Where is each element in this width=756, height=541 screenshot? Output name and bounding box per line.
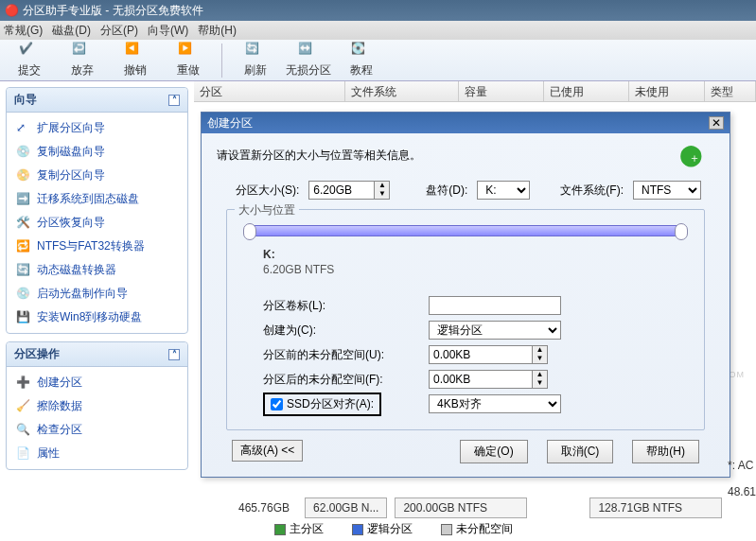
menu-wizard[interactable]: 向导(W) bbox=[148, 23, 188, 39]
menu-bar: 常规(G) 磁盘(D) 分区(P) 向导(W) 帮助(H) bbox=[0, 21, 756, 40]
preview-info: 6.20GB NTFS bbox=[263, 263, 691, 276]
menu-general[interactable]: 常规(G) bbox=[4, 23, 43, 39]
menu-help[interactable]: 帮助(H) bbox=[198, 23, 237, 39]
ssd-icon: ➡️ bbox=[16, 192, 31, 207]
vol-label: 分区卷标(L): bbox=[263, 298, 429, 314]
legend: 主分区 逻辑分区 未分配空间 bbox=[274, 521, 513, 537]
size-position-fieldset: 大小与位置 K: 6.20GB NTFS 分区卷标(L): 创建为(C): 逻辑… bbox=[226, 209, 705, 430]
tb-undo[interactable]: ◀️撤销 bbox=[112, 42, 159, 79]
tb-refresh[interactable]: 🔄刷新 bbox=[232, 42, 279, 79]
wiz-win8usb[interactable]: 💾安装Win8到移动硬盘 bbox=[9, 305, 185, 329]
swatch-logical bbox=[352, 524, 363, 535]
dyn-icon: 🔄 bbox=[16, 263, 31, 278]
slider-handle-left[interactable] bbox=[243, 223, 256, 240]
pre-spinner[interactable]: ▲▼ bbox=[429, 345, 561, 364]
swatch-primary bbox=[274, 524, 286, 535]
check-icon: ✔️ bbox=[19, 42, 40, 62]
wiz-copy-part[interactable]: 📀复制分区向导 bbox=[9, 164, 185, 187]
preview-drive: K: bbox=[263, 248, 691, 261]
props-icon: 📄 bbox=[16, 446, 31, 462]
copydisk-icon: 💿 bbox=[16, 145, 31, 160]
undo-icon: ↩️ bbox=[72, 42, 93, 62]
ssd-checkbox[interactable] bbox=[271, 398, 283, 410]
ok-button[interactable]: 确定(O) bbox=[460, 440, 527, 463]
op-check[interactable]: 🔍检查分区 bbox=[9, 418, 185, 442]
dialog-title: 创建分区 bbox=[207, 115, 253, 131]
op-props[interactable]: 📄属性 bbox=[9, 442, 185, 465]
post-label: 分区后的未分配空间(F): bbox=[263, 372, 429, 388]
collapse-icon[interactable]: ˄ bbox=[168, 95, 180, 106]
wiz-copy-disk[interactable]: 💿复制磁盘向导 bbox=[9, 140, 185, 164]
cd-icon: 💿 bbox=[16, 287, 31, 302]
tb-resize[interactable]: ↔️无损分区 bbox=[285, 42, 332, 79]
wiz-recover[interactable]: 🛠️分区恢复向导 bbox=[9, 211, 185, 235]
ssd-select[interactable]: 4KB对齐 bbox=[429, 394, 561, 413]
convert-icon: 🔁 bbox=[16, 239, 31, 254]
post-input[interactable] bbox=[429, 370, 533, 389]
right-fragment: *: AC 48.61 bbox=[728, 459, 756, 498]
help-button[interactable]: 帮助(H) bbox=[632, 440, 699, 463]
drive-select[interactable]: K: bbox=[477, 181, 530, 200]
size-input[interactable] bbox=[308, 181, 375, 200]
title-bar: 🔴 分区助手专业版 - 无损分区免费软件 bbox=[0, 0, 756, 21]
op-create[interactable]: ➕创建分区 bbox=[9, 371, 185, 394]
col-used[interactable]: 已使用 bbox=[544, 81, 629, 101]
tb-discard[interactable]: ↩️放弃 bbox=[59, 42, 106, 79]
op-wipe[interactable]: 🧹擦除数据 bbox=[9, 394, 185, 418]
post-spinner[interactable]: ▲▼ bbox=[429, 370, 561, 389]
tb-redo[interactable]: ▶️重做 bbox=[165, 42, 212, 79]
cancel-button[interactable]: 取消(C) bbox=[547, 440, 614, 463]
vol-input[interactable] bbox=[429, 296, 561, 315]
column-headers: 分区 文件系统 容量 已使用 未使用 类型 bbox=[194, 81, 756, 102]
fieldset-legend: 大小与位置 bbox=[235, 202, 299, 218]
size-label: 分区大小(S): bbox=[236, 183, 299, 199]
advanced-button[interactable]: 高级(A) << bbox=[232, 440, 303, 462]
fs-select[interactable]: NTFS bbox=[633, 181, 701, 200]
col-unused[interactable]: 未使用 bbox=[629, 81, 705, 101]
wiz-migrate-ssd[interactable]: ➡️迁移系统到固态磁盘 bbox=[9, 187, 185, 211]
disk-icon: 💽 bbox=[351, 42, 372, 62]
sidebar: 向导˄ ⤢扩展分区向导 💿复制磁盘向导 📀复制分区向导 ➡️迁移系统到固态磁盘 … bbox=[0, 81, 194, 541]
tb-tutorial[interactable]: 💽教程 bbox=[338, 42, 385, 79]
wipe-icon: 🧹 bbox=[16, 399, 31, 414]
col-cap[interactable]: 容量 bbox=[459, 81, 544, 101]
col-fs[interactable]: 文件系统 bbox=[345, 81, 459, 101]
wiz-ntfs-fat[interactable]: 🔁NTFS与FAT32转换器 bbox=[9, 235, 185, 258]
refresh-icon: 🔄 bbox=[245, 42, 266, 62]
disk-chip-3[interactable]: 128.71GB NTFS bbox=[589, 497, 722, 518]
ops-panel: 分区操作˄ ➕创建分区 🧹擦除数据 🔍检查分区 📄属性 bbox=[6, 341, 188, 470]
window-title: 分区助手专业版 - 无损分区免费软件 bbox=[23, 3, 203, 19]
pre-label: 分区前的未分配空间(U): bbox=[263, 347, 429, 363]
disk-chip-1[interactable]: 62.00GB N... bbox=[305, 497, 387, 518]
pre-input[interactable] bbox=[429, 345, 533, 364]
extend-icon: ⤢ bbox=[16, 121, 31, 136]
tb-commit[interactable]: ✔️提交 bbox=[6, 42, 53, 79]
partition-slider[interactable] bbox=[250, 225, 681, 236]
ssd-label: SSD分区对齐(A): bbox=[287, 396, 374, 412]
col-partition[interactable]: 分区 bbox=[194, 81, 345, 101]
disk-bar: 465.76GB 62.00GB N... 200.00GB NTFS 128.… bbox=[231, 497, 722, 518]
add-icon: ⬤＋ bbox=[679, 143, 714, 167]
collapse-icon[interactable]: ˄ bbox=[168, 349, 180, 360]
disk-chip-2[interactable]: 200.00GB NTFS bbox=[395, 497, 527, 518]
usb-icon: 💾 bbox=[16, 310, 31, 325]
ssd-align-highlight: SSD分区对齐(A): bbox=[263, 393, 381, 416]
toolbar-sep bbox=[221, 44, 222, 78]
swatch-unalloc bbox=[441, 524, 452, 535]
col-type[interactable]: 类型 bbox=[705, 81, 756, 101]
wiz-dynamic[interactable]: 🔄动态磁盘转换器 bbox=[9, 258, 185, 282]
check-icon2: 🔍 bbox=[16, 423, 31, 438]
wiz-bootcd[interactable]: 💿启动光盘制作向导 bbox=[9, 282, 185, 305]
resize-icon: ↔️ bbox=[298, 42, 319, 62]
ops-title: 分区操作 bbox=[14, 346, 60, 362]
menu-partition[interactable]: 分区(P) bbox=[100, 23, 138, 39]
size-spinner[interactable]: ▲▼ bbox=[308, 181, 390, 200]
back-icon: ◀️ bbox=[125, 42, 146, 62]
createas-select[interactable]: 逻辑分区 bbox=[429, 321, 561, 340]
menu-disk[interactable]: 磁盘(D) bbox=[52, 23, 91, 39]
disk-total: 465.76GB bbox=[231, 498, 297, 517]
close-button[interactable]: ✕ bbox=[709, 116, 724, 130]
wiz-extend[interactable]: ⤢扩展分区向导 bbox=[9, 116, 185, 140]
slider-handle-right[interactable] bbox=[675, 223, 688, 240]
spin-down[interactable]: ▼ bbox=[375, 190, 389, 199]
